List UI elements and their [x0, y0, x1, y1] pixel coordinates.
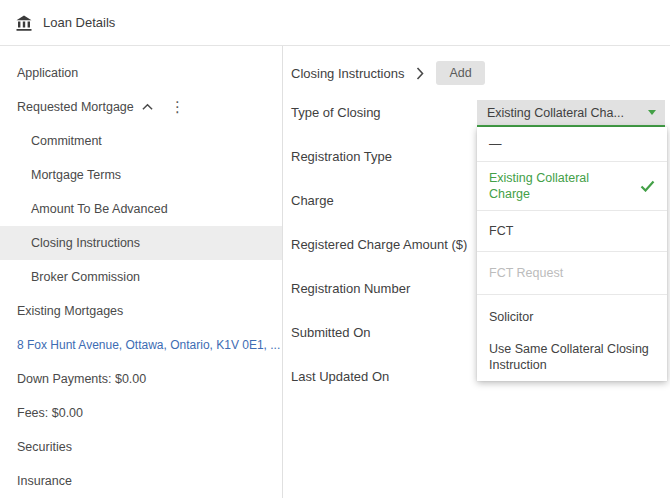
- field-label: Charge: [291, 193, 334, 208]
- type-of-closing-dropdown: Existing Collateral Cha... — Existing Co…: [477, 100, 665, 381]
- sidebar-item-existing-mortgages[interactable]: Existing Mortgages: [0, 294, 282, 328]
- breadcrumb-item: Closing Instructions: [291, 66, 404, 81]
- sidebar-item-down-payments[interactable]: Down Payments: $0.00: [0, 362, 282, 396]
- bank-icon: [15, 14, 33, 32]
- sidebar-item-commitment[interactable]: Commitment: [0, 124, 282, 158]
- dropdown-option-existing-collateral-charge[interactable]: Existing Collateral Charge: [477, 162, 667, 211]
- field-label: Last Updated On: [291, 369, 389, 384]
- dropdown-option-solicitor[interactable]: Solicitor: [477, 295, 667, 333]
- sidebar-item-application[interactable]: Application: [0, 56, 282, 90]
- type-of-closing-menu: — Existing Collateral Charge FCT FCT Req…: [477, 127, 667, 381]
- field-label: Submitted On: [291, 325, 371, 340]
- page-title: Loan Details: [43, 15, 115, 30]
- sidebar-item-securities[interactable]: Securities: [0, 430, 282, 464]
- dropdown-option-fct[interactable]: FCT: [477, 211, 667, 252]
- chevron-up-icon[interactable]: [142, 103, 153, 111]
- breadcrumb: Closing Instructions Add: [291, 58, 670, 88]
- dropdown-option-none[interactable]: —: [477, 127, 667, 162]
- main-content: Closing Instructions Add Type of Closing…: [283, 46, 670, 498]
- select-value: Existing Collateral Cha...: [487, 106, 642, 120]
- sidebar-item-address-link[interactable]: 8 Fox Hunt Avenue, Ottawa, Ontario, K1V …: [0, 328, 282, 362]
- field-label: Registration Type: [291, 149, 392, 164]
- sidebar-item-requested-mortgage[interactable]: Requested Mortgage ⋮: [0, 90, 282, 124]
- field-label: Registered Charge Amount ($): [291, 237, 467, 252]
- sidebar-item-fees[interactable]: Fees: $0.00: [0, 396, 282, 430]
- chevron-right-icon: [416, 67, 424, 80]
- sidebar-item-closing-instructions[interactable]: Closing Instructions: [0, 226, 282, 260]
- checkmark-icon: [640, 180, 655, 192]
- field-label: Type of Closing: [291, 105, 381, 120]
- app-header: Loan Details: [0, 0, 670, 46]
- sidebar: Application Requested Mortgage ⋮ Commitm…: [0, 46, 283, 498]
- sidebar-item-insurance[interactable]: Insurance: [0, 464, 282, 498]
- kebab-menu-icon[interactable]: ⋮: [170, 90, 186, 124]
- sidebar-item-amount-to-be-advanced[interactable]: Amount To Be Advanced: [0, 192, 282, 226]
- sidebar-item-label: Requested Mortgage: [17, 90, 134, 124]
- add-button[interactable]: Add: [436, 61, 484, 85]
- type-of-closing-select[interactable]: Existing Collateral Cha...: [477, 100, 665, 127]
- sidebar-item-mortgage-terms[interactable]: Mortgage Terms: [0, 158, 282, 192]
- dropdown-arrow-icon: [648, 110, 656, 115]
- field-label: Registration Number: [291, 281, 410, 296]
- dropdown-option-fct-request: FCT Request: [477, 252, 667, 295]
- dropdown-option-use-same-collateral[interactable]: Use Same Collateral Closing Instruction: [477, 333, 667, 381]
- sidebar-item-broker-commission[interactable]: Broker Commission: [0, 260, 282, 294]
